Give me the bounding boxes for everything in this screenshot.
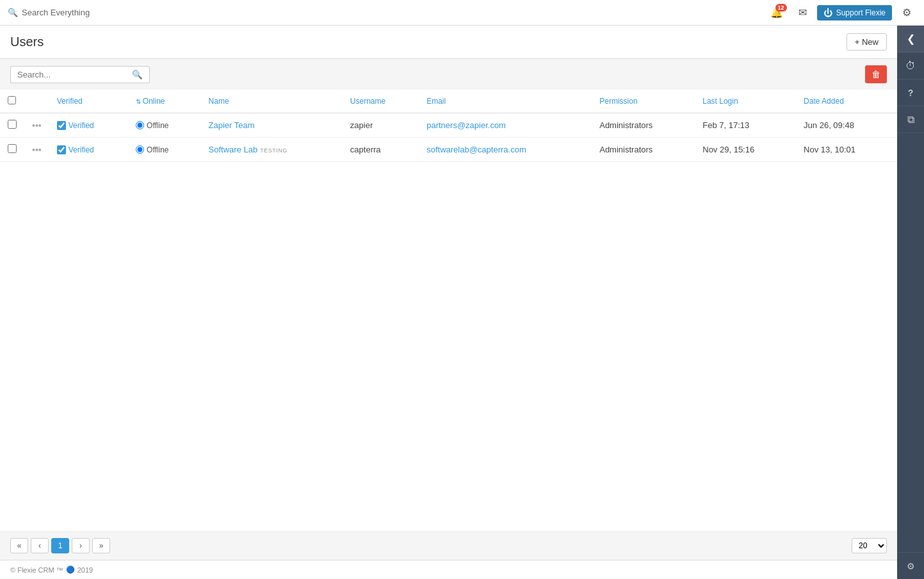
row-select-checkbox[interactable] bbox=[8, 120, 17, 129]
col-header-verified[interactable]: Verified bbox=[49, 90, 128, 113]
col-last-login-label: Last Login bbox=[702, 97, 738, 106]
online-radio[interactable] bbox=[136, 121, 144, 129]
row-online-cell: Offline bbox=[128, 138, 201, 162]
delete-button[interactable]: 🗑 bbox=[865, 65, 887, 83]
chevron-left-icon: ❮ bbox=[907, 33, 915, 45]
col-header-last-login[interactable]: Last Login bbox=[695, 90, 796, 113]
row-email-cell: partners@zapier.com bbox=[419, 113, 592, 138]
search-everything[interactable]: 🔍 Search Everything bbox=[8, 8, 765, 17]
header-right: 🔔 12 ✉ ⏻ Support Flexie ⚙ bbox=[765, 4, 916, 21]
trash-icon: 🗑 bbox=[871, 69, 880, 79]
sidebar-help-button[interactable]: ? bbox=[897, 79, 924, 106]
row-date-added: Jun 26, 09:48 bbox=[804, 120, 854, 130]
online-status-label: Offline bbox=[147, 145, 168, 154]
row-name-link[interactable]: Zapier Team bbox=[209, 120, 255, 130]
pagination: « ‹ 1 › » 20 50 100 bbox=[0, 531, 897, 560]
row-dots-cell[interactable]: ••• bbox=[24, 138, 49, 162]
row-permission: Administrators bbox=[599, 145, 652, 154]
row-actions-menu[interactable]: ••• bbox=[32, 145, 42, 155]
search-submit-icon: 🔍 bbox=[132, 70, 143, 79]
first-page-button[interactable]: « bbox=[10, 538, 28, 553]
row-email-link[interactable]: partners@zapier.com bbox=[426, 120, 506, 130]
row-date-added: Nov 13, 10:01 bbox=[804, 145, 855, 154]
row-email-link[interactable]: softwarelab@capterra.com bbox=[426, 145, 526, 154]
row-permission-cell: Administrators bbox=[592, 138, 695, 162]
layers-icon: ⧉ bbox=[907, 114, 914, 126]
main-layout: Users + New 🔍 🗑 bbox=[0, 26, 924, 579]
search-icon: 🔍 bbox=[8, 8, 18, 17]
col-permission-label: Permission bbox=[599, 97, 637, 106]
table-row: ••• Verified Offline Software LabTESTING… bbox=[0, 138, 897, 162]
notifications-button[interactable]: 🔔 12 bbox=[765, 4, 788, 21]
top-header: 🔍 Search Everything 🔔 12 ✉ ⏻ Support Fle… bbox=[0, 0, 924, 26]
row-date-added-cell: Nov 13, 10:01 bbox=[796, 138, 897, 162]
notification-badge: 12 bbox=[775, 4, 787, 12]
row-name-cell: Software LabTESTING bbox=[201, 138, 343, 162]
col-email-label: Email bbox=[426, 97, 446, 106]
page-1-button[interactable]: 1 bbox=[51, 538, 69, 553]
row-permission-cell: Administrators bbox=[592, 113, 695, 138]
sidebar-clock-button[interactable]: ⏱ bbox=[897, 53, 924, 79]
question-icon: ? bbox=[908, 88, 914, 98]
row-email-cell: softwarelab@capterra.com bbox=[419, 138, 592, 162]
right-sidebar: ❮ ⏱ ? ⧉ ⚙ bbox=[897, 26, 924, 579]
row-last-login-cell: Feb 7, 17:13 bbox=[695, 113, 796, 138]
search-everything-label: Search Everything bbox=[22, 8, 90, 17]
page-size-select[interactable]: 20 50 100 bbox=[852, 538, 887, 553]
actions-col-header bbox=[24, 90, 49, 113]
row-last-login: Nov 29, 15:16 bbox=[702, 145, 754, 154]
row-username-cell: zapier bbox=[343, 113, 419, 138]
row-select-checkbox[interactable] bbox=[8, 144, 17, 153]
row-dots-cell[interactable]: ••• bbox=[24, 113, 49, 138]
table-body: ••• Verified Offline Zapier Team zapier bbox=[0, 113, 897, 162]
verified-label: Verified bbox=[69, 145, 94, 154]
row-username: zapier bbox=[350, 120, 373, 130]
row-username: capterra bbox=[350, 145, 381, 154]
online-radio[interactable] bbox=[136, 145, 144, 154]
select-all-header[interactable] bbox=[0, 90, 24, 113]
verified-label: Verified bbox=[69, 121, 94, 130]
col-header-name[interactable]: Name bbox=[201, 90, 343, 113]
row-last-login: Feb 7, 17:13 bbox=[702, 120, 749, 130]
row-checkbox-cell[interactable] bbox=[0, 138, 24, 162]
mail-button[interactable]: ✉ bbox=[793, 4, 812, 21]
col-header-email[interactable]: Email bbox=[419, 90, 592, 113]
new-button[interactable]: + New bbox=[847, 33, 887, 51]
content-area: Users + New 🔍 🗑 bbox=[0, 26, 897, 579]
sidebar-bottom-settings-button[interactable]: ⚙ bbox=[897, 552, 924, 579]
page-header: Users + New bbox=[0, 26, 897, 59]
search-input[interactable] bbox=[10, 66, 126, 83]
sidebar-layers-button[interactable]: ⧉ bbox=[897, 106, 924, 133]
support-button[interactable]: ⏻ Support Flexie bbox=[817, 5, 892, 20]
settings-button[interactable]: ⚙ bbox=[897, 4, 916, 21]
row-name-link[interactable]: Software LabTESTING bbox=[209, 145, 288, 154]
col-online-label: Online bbox=[143, 97, 165, 106]
footer-blue-icon: 🔵 bbox=[66, 566, 75, 574]
row-actions-menu[interactable]: ••• bbox=[32, 120, 42, 131]
col-header-online[interactable]: ⇅ Online bbox=[128, 90, 201, 113]
users-table-wrapper: Verified ⇅ Online Name Username Email bbox=[0, 90, 897, 531]
support-icon: ⏻ bbox=[823, 8, 832, 18]
last-page-button[interactable]: » bbox=[92, 538, 110, 553]
users-table: Verified ⇅ Online Name Username Email bbox=[0, 90, 897, 162]
row-last-login-cell: Nov 29, 15:16 bbox=[695, 138, 796, 162]
col-header-permission[interactable]: Permission bbox=[592, 90, 695, 113]
verified-checkbox[interactable] bbox=[57, 121, 66, 130]
col-header-date-added[interactable]: Date Added bbox=[796, 90, 897, 113]
prev-page-button[interactable]: ‹ bbox=[31, 538, 49, 553]
row-username-cell: capterra bbox=[343, 138, 419, 162]
sidebar-collapse-button[interactable]: ❮ bbox=[897, 26, 924, 53]
verified-checkbox[interactable] bbox=[57, 145, 66, 154]
page-title: Users bbox=[10, 35, 44, 49]
footer-year: 2019 bbox=[77, 566, 93, 574]
footer: © Flexie CRM ™ 🔵 2019 bbox=[0, 560, 897, 579]
col-header-username[interactable]: Username bbox=[343, 90, 419, 113]
next-page-button[interactable]: › bbox=[72, 538, 90, 553]
row-verified-cell: Verified bbox=[49, 113, 128, 138]
row-checkbox-cell[interactable] bbox=[0, 113, 24, 138]
copyright-text: © Flexie CRM ™ bbox=[10, 566, 63, 574]
search-bar-container: 🔍 🗑 bbox=[0, 59, 897, 90]
col-name-label: Name bbox=[209, 97, 229, 106]
search-submit-button[interactable]: 🔍 bbox=[126, 66, 150, 83]
select-all-checkbox[interactable] bbox=[8, 96, 16, 104]
